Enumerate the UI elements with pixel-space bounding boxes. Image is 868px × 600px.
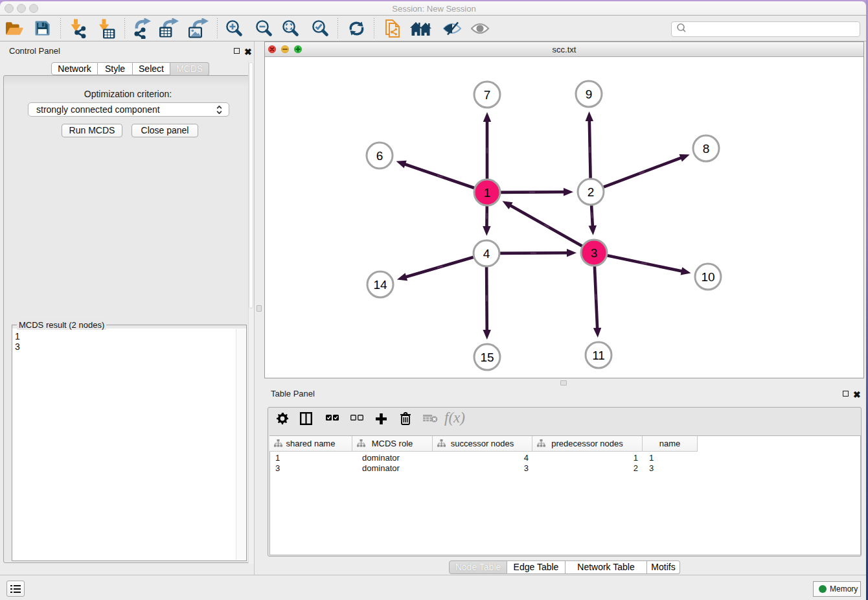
svg-text:8: 8 [703, 142, 710, 156]
svg-text:4: 4 [483, 247, 490, 260]
svg-text:14: 14 [373, 278, 387, 292]
svg-text:10: 10 [701, 270, 714, 284]
svg-text:2: 2 [588, 185, 595, 199]
svg-text:1: 1 [484, 186, 491, 200]
svg-text:6: 6 [376, 149, 383, 163]
svg-text:15: 15 [480, 351, 494, 364]
svg-text:11: 11 [592, 349, 605, 362]
svg-text:7: 7 [484, 88, 491, 102]
svg-text:9: 9 [586, 87, 593, 101]
svg-text:3: 3 [591, 246, 598, 260]
